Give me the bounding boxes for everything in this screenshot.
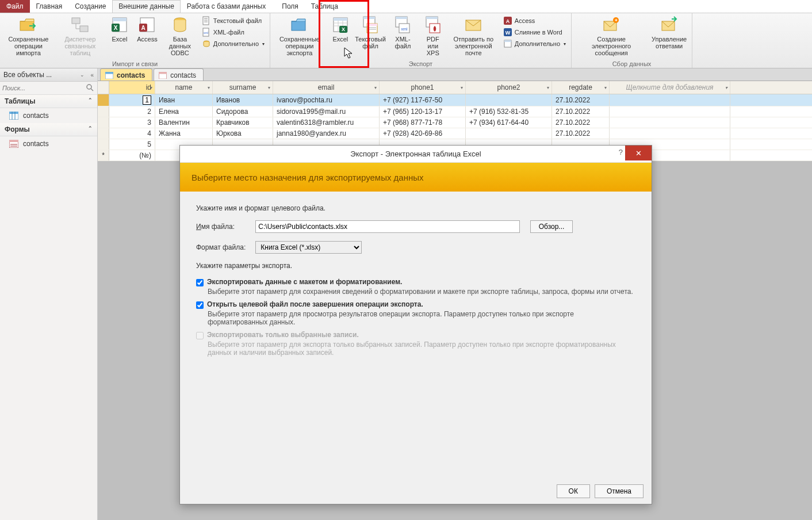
doc-tab-contacts-active[interactable]: contacts — [100, 68, 152, 81]
folder-export-icon — [290, 16, 309, 34]
nav-table-contacts[interactable]: contacts — [0, 108, 97, 123]
svg-rect-54 — [9, 112, 18, 114]
linked-table-manager-button: Диспетчер связанных таблиц — [56, 14, 105, 58]
col-id[interactable]: id▾ — [109, 81, 155, 94]
export-more-button[interactable]: Дополнительно▾ — [501, 39, 568, 49]
envelope-icon — [464, 16, 482, 34]
svg-rect-11 — [203, 17, 209, 25]
more-icon — [202, 39, 211, 48]
col-add[interactable]: Щелкните для добавления▾ — [610, 81, 730, 94]
nav-form-contacts[interactable]: contacts — [0, 136, 97, 151]
saved-imports-button[interactable]: Сохраненные операции импорта — [3, 14, 53, 58]
nav-group-tables[interactable]: Таблицы⌃ — [0, 95, 97, 108]
svg-rect-18 — [292, 21, 305, 30]
access-small-icon: A — [503, 16, 512, 25]
filename-input[interactable] — [255, 220, 520, 233]
svg-rect-34 — [396, 17, 407, 19]
dialog-instr2: Укажите параметры экспорта. — [196, 262, 635, 270]
col-regdate[interactable]: regdate▾ — [552, 81, 610, 94]
import-excel-button[interactable]: X Excel — [107, 14, 132, 44]
tab-external-data[interactable]: Внешние данные — [112, 0, 181, 13]
doc-tab-contacts-form[interactable]: contacts — [154, 68, 204, 81]
export-access-button[interactable]: AAccess — [501, 16, 568, 26]
chk-layout-desc: Выберите этот параметр для сохранения св… — [208, 288, 635, 296]
form-object-icon — [9, 140, 18, 148]
svg-text:xml: xml — [401, 27, 408, 31]
select-all-cell[interactable] — [98, 81, 109, 94]
export-word-merge-button[interactable]: WСлияние в Word — [501, 27, 568, 37]
export-text-button[interactable]: Текстовый файл — [355, 14, 385, 51]
svg-text:X: X — [114, 25, 118, 31]
tab-file[interactable]: Файл — [0, 0, 30, 13]
col-surname[interactable]: surname▾ — [213, 81, 273, 94]
dialog-instr1: Укажите имя и формат целевого файла. — [196, 204, 635, 212]
nav-header[interactable]: Все объекты ... ⌄ « — [0, 68, 97, 82]
col-phone1[interactable]: phone1▾ — [380, 81, 466, 94]
format-select[interactable]: Книга Excel (*.xlsx) — [255, 241, 362, 254]
chevron-down-icon: ⌄ — [80, 72, 85, 78]
replies-icon — [660, 16, 679, 34]
tab-home[interactable]: Главная — [30, 0, 69, 13]
chk-layout-label: Экспортировать данные с макетом и формат… — [207, 278, 402, 286]
dialog-title: Экспорт - Электронная таблица Excel — [350, 150, 481, 158]
export-pdf-button[interactable]: PDF или XPS — [420, 14, 446, 58]
new-mail-icon: ✶ — [602, 16, 621, 34]
filename-label: Имя файла: — [196, 223, 254, 231]
manage-replies-button[interactable]: Управление ответами — [650, 14, 688, 51]
nav-group-forms[interactable]: Формы⌃ — [0, 123, 97, 136]
access-icon: A — [138, 16, 156, 34]
table-object-icon — [105, 72, 113, 79]
dialog-help-button[interactable]: ? — [619, 148, 623, 156]
svg-rect-62 — [105, 72, 113, 74]
pdf-icon — [424, 16, 442, 34]
dialog-close-button[interactable]: ✕ — [625, 146, 652, 160]
col-name[interactable]: name▾ — [155, 81, 213, 94]
export-email-button[interactable]: Отправить по электронной почте — [448, 14, 499, 58]
collapse-nav-icon[interactable]: « — [90, 72, 94, 78]
svg-rect-38 — [426, 17, 438, 19]
table-row[interactable]: 3ВалентинКравчиковvalentin6318@rambler.r… — [98, 117, 812, 128]
xml-file-icon: xml — [202, 28, 211, 37]
svg-rect-2 — [80, 26, 88, 32]
svg-rect-4 — [113, 18, 127, 21]
chevron-up-icon: ⌃ — [88, 97, 93, 105]
folder-import-icon — [19, 16, 37, 34]
import-more-button[interactable]: Дополнительно▾ — [200, 39, 266, 49]
svg-text:X: X — [342, 26, 345, 32]
create-email-button[interactable]: ✶ Создание электронного сообщения — [575, 14, 648, 58]
col-phone2[interactable]: phone2▾ — [466, 81, 552, 94]
export-group-label: Экспорт — [274, 60, 568, 67]
tab-fields[interactable]: Поля — [275, 0, 305, 13]
chk-open[interactable] — [196, 301, 204, 309]
cancel-button[interactable]: Отмена — [595, 484, 644, 498]
table-row[interactable]: 2ЕленаСидороваsidorova1995@mail.ru+7 (96… — [98, 106, 812, 117]
export-dialog: Экспорт - Электронная таблица Excel ? ✕ … — [179, 145, 652, 504]
import-odbc-button[interactable]: База данных ODBC — [162, 14, 198, 58]
ok-button[interactable]: ОК — [557, 484, 590, 498]
chk-open-label: Открыть целевой файл после завершения оп… — [207, 300, 423, 308]
collect-group-label: Сбор данных — [575, 60, 688, 67]
text-file-icon — [202, 16, 211, 25]
svg-rect-28 — [363, 17, 375, 19]
tab-dbtools[interactable]: Работа с базами данных — [181, 0, 272, 13]
saved-exports-button[interactable]: Сохраненные операции экспорта — [274, 14, 325, 58]
export-excel-button[interactable]: X Excel — [328, 14, 353, 44]
excel-export-icon: X — [331, 16, 350, 34]
table-row[interactable]: 4ЖаннаЮрковаjanna1980@yandex.ru+7 (928) … — [98, 128, 812, 139]
col-email[interactable]: email▾ — [273, 81, 380, 94]
tab-table[interactable]: Таблица — [305, 0, 344, 13]
nav-search-input[interactable] — [2, 85, 86, 91]
database-icon — [171, 16, 189, 34]
import-access-button[interactable]: A Access — [135, 14, 160, 44]
svg-text:xml: xml — [204, 31, 208, 35]
browse-button[interactable]: Обзор... — [530, 220, 573, 233]
chk-layout[interactable] — [196, 279, 204, 286]
svg-rect-46 — [504, 40, 511, 42]
table-row[interactable]: 1ИванИвановivanov@pochta.ru+7 (927) 117-… — [98, 94, 812, 106]
import-text-button[interactable]: Текстовый файл — [200, 16, 266, 26]
search-icon[interactable] — [86, 83, 95, 93]
word-icon: W — [503, 28, 512, 37]
tab-create[interactable]: Создание — [68, 0, 112, 13]
import-xml-button[interactable]: xmlXML-файл — [200, 27, 266, 37]
export-xml-button[interactable]: xml XML-файл — [388, 14, 418, 51]
